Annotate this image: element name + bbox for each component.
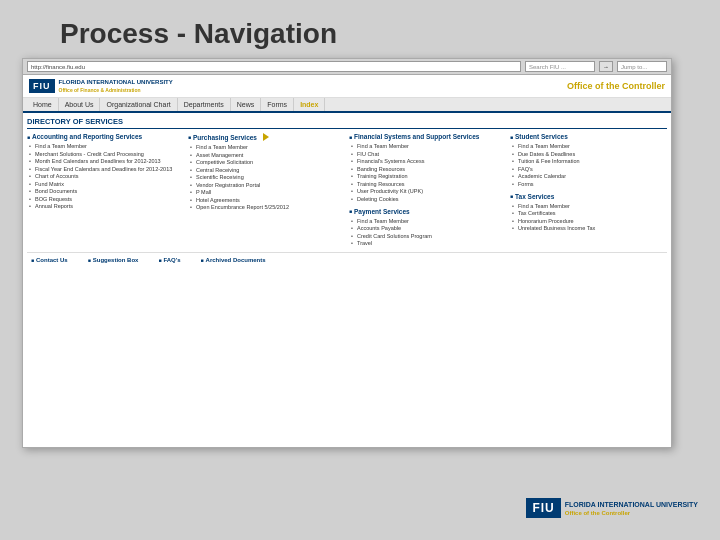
list-item[interactable]: Find a Team Member: [188, 144, 345, 150]
list-item[interactable]: Training Resources: [349, 181, 506, 187]
jump-box[interactable]: Jump to...: [617, 61, 667, 72]
office-title: Office of the Controller: [567, 81, 665, 91]
student-title: Student Services: [510, 133, 667, 140]
nav-forms[interactable]: Forms: [261, 98, 294, 111]
service-col-accounting: Accounting and Reporting Services Find a…: [27, 133, 184, 248]
list-item[interactable]: Chart of Accounts: [27, 173, 184, 179]
list-item[interactable]: Academic Calendar: [510, 173, 667, 179]
fiu-logo: FIU FLORIDA INTERNATIONAL UNIVERSITY Off…: [29, 79, 173, 93]
fiu-bottom-logo-subtext: FLORIDA INTERNATIONAL UNIVERSITY: [565, 500, 698, 510]
list-item[interactable]: Central Receiving: [188, 167, 345, 173]
arrow-icon: [263, 133, 269, 141]
directory-header: DIRECTORY OF SERVICES: [27, 117, 667, 129]
tax-title: Tax Services: [510, 193, 667, 200]
fiu-logo-box: FIU: [29, 79, 55, 93]
bottom-nav-faq[interactable]: FAQ's: [158, 257, 180, 263]
services-grid: Accounting and Reporting Services Find a…: [27, 133, 667, 248]
bottom-nav-suggestion[interactable]: Suggestion Box: [88, 257, 139, 263]
bottom-nav-archived[interactable]: Archived Documents: [201, 257, 266, 263]
list-item[interactable]: Open Encumbrance Report 5/25/2012: [188, 204, 345, 210]
list-item[interactable]: Fund Matrix: [27, 181, 184, 187]
list-item[interactable]: Fiscal Year End Calendars and Deadlines …: [27, 166, 184, 172]
nav-about[interactable]: About Us: [59, 98, 101, 111]
list-item[interactable]: Banding Resources: [349, 166, 506, 172]
nav-bar: Home About Us Organizational Chart Depar…: [23, 98, 671, 113]
nav-org-chart[interactable]: Organizational Chart: [100, 98, 177, 111]
service-col-financial: Financial Systems and Support Services F…: [349, 133, 506, 248]
list-item[interactable]: Merchant Solutions - Credit Card Process…: [27, 151, 184, 157]
browser-window: http://finance.fiu.edu Search FIU ... → …: [22, 58, 672, 448]
accounting-list: Find a Team Member Merchant Solutions - …: [27, 143, 184, 209]
fiu-bottom-logo-box: FIU: [526, 498, 560, 518]
financial-list: Find a Team Member FIU Chat Financial's …: [349, 143, 506, 202]
fiu-subtitle: Office of Finance & Administration: [59, 87, 173, 93]
purchasing-list: Find a Team Member Asset Management Comp…: [188, 144, 345, 210]
fiu-bottom-logo-text-area: FLORIDA INTERNATIONAL UNIVERSITY Office …: [565, 500, 698, 516]
list-item[interactable]: Training Registration: [349, 173, 506, 179]
list-item[interactable]: Find a Team Member: [510, 143, 667, 149]
fiu-header: FIU FLORIDA INTERNATIONAL UNIVERSITY Off…: [23, 75, 671, 98]
list-item[interactable]: Find a Team Member: [27, 143, 184, 149]
browser-topbar: http://finance.fiu.edu Search FIU ... → …: [23, 59, 671, 75]
list-item[interactable]: Financial's Systems Access: [349, 158, 506, 164]
list-item[interactable]: Deleting Cookies: [349, 196, 506, 202]
service-col-student: Student Services Find a Team Member Due …: [510, 133, 667, 248]
list-item[interactable]: Honorarium Procedure: [510, 218, 667, 224]
list-item[interactable]: Find a Team Member: [349, 218, 506, 224]
bottom-nav-contact[interactable]: Contact Us: [31, 257, 68, 263]
nav-index[interactable]: Index: [294, 98, 325, 111]
list-item[interactable]: Bond Documents: [27, 188, 184, 194]
list-item[interactable]: P Mall: [188, 189, 345, 195]
list-item[interactable]: Hotel Agreements: [188, 197, 345, 203]
search-box[interactable]: Search FIU ...: [525, 61, 595, 72]
list-item[interactable]: Find a Team Member: [510, 203, 667, 209]
service-col-purchasing: Purchasing Services Find a Team Member A…: [188, 133, 345, 248]
list-item[interactable]: Forms: [510, 181, 667, 187]
list-item[interactable]: Unrelated Business Income Tax: [510, 225, 667, 231]
list-item[interactable]: Month End Calendars and Deadlines for 20…: [27, 158, 184, 164]
list-item[interactable]: Tuition & Fee Information: [510, 158, 667, 164]
list-item[interactable]: FAQ's: [510, 166, 667, 172]
list-item[interactable]: Scientific Receiving: [188, 174, 345, 180]
list-item[interactable]: Competitive Solicitation: [188, 159, 345, 165]
accounting-title: Accounting and Reporting Services: [27, 133, 184, 140]
fiu-bottom-logo: FIU FLORIDA INTERNATIONAL UNIVERSITY Off…: [526, 498, 698, 518]
list-item[interactable]: Tax Certificates: [510, 210, 667, 216]
nav-departments[interactable]: Departments: [178, 98, 231, 111]
list-item[interactable]: Accounts Payable: [349, 225, 506, 231]
financial-title: Financial Systems and Support Services: [349, 133, 506, 140]
go-button[interactable]: →: [599, 61, 613, 72]
tax-list: Find a Team Member Tax Certificates Hono…: [510, 203, 667, 232]
list-item[interactable]: Credit Card Solutions Program: [349, 233, 506, 239]
slide-title: Process - Navigation: [60, 18, 337, 50]
list-item[interactable]: User Productivity Kit (UPK): [349, 188, 506, 194]
list-item[interactable]: BOG Requests: [27, 196, 184, 202]
nav-home[interactable]: Home: [27, 98, 59, 111]
list-item[interactable]: Travel: [349, 240, 506, 246]
fiu-bottom-subtitle: Office of the Controller: [565, 510, 698, 516]
payment-title: Payment Services: [349, 208, 506, 215]
list-item[interactable]: Due Dates & Deadlines: [510, 151, 667, 157]
list-item[interactable]: Annual Reports: [27, 203, 184, 209]
nav-news[interactable]: News: [231, 98, 262, 111]
bottom-nav: Contact Us Suggestion Box FAQ's Archived…: [27, 252, 667, 267]
list-item[interactable]: Asset Management: [188, 152, 345, 158]
fiu-logo-subtext: FLORIDA INTERNATIONAL UNIVERSITY: [59, 79, 173, 87]
purchasing-title: Purchasing Services: [188, 133, 345, 141]
list-item[interactable]: Vendor Registration Portal: [188, 182, 345, 188]
list-item[interactable]: FIU Chat: [349, 151, 506, 157]
list-item[interactable]: Find a Team Member: [349, 143, 506, 149]
student-list: Find a Team Member Due Dates & Deadlines…: [510, 143, 667, 187]
browser-url-bar[interactable]: http://finance.fiu.edu: [27, 61, 521, 72]
content-area: DIRECTORY OF SERVICES Accounting and Rep…: [23, 113, 671, 271]
payment-list: Find a Team Member Accounts Payable Cred…: [349, 218, 506, 247]
